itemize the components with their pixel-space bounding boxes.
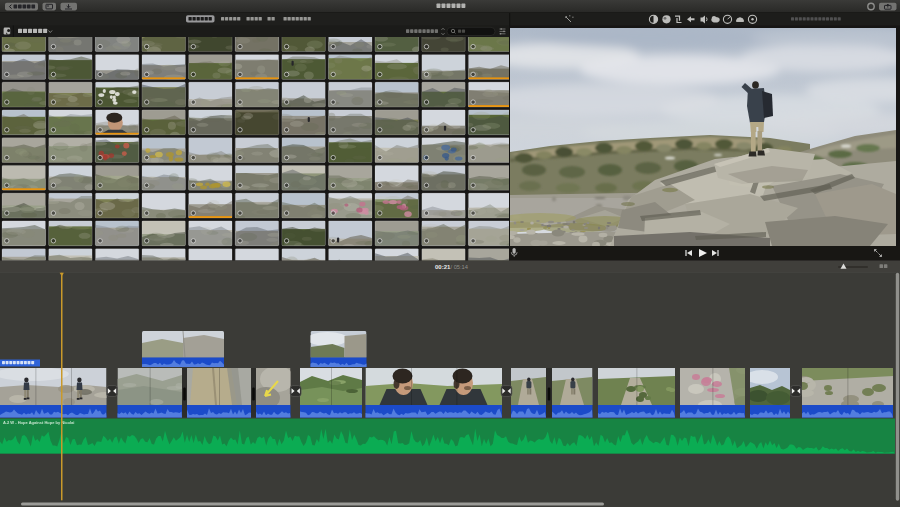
svg-text:/ 05:14: / 05:14 — [451, 264, 468, 270]
svg-text:00:21: 00:21 — [435, 264, 451, 270]
svg-text:A.2 W - Hope Against Hope by N: A.2 W - Hope Against Hope by Nicolai — [3, 420, 74, 425]
